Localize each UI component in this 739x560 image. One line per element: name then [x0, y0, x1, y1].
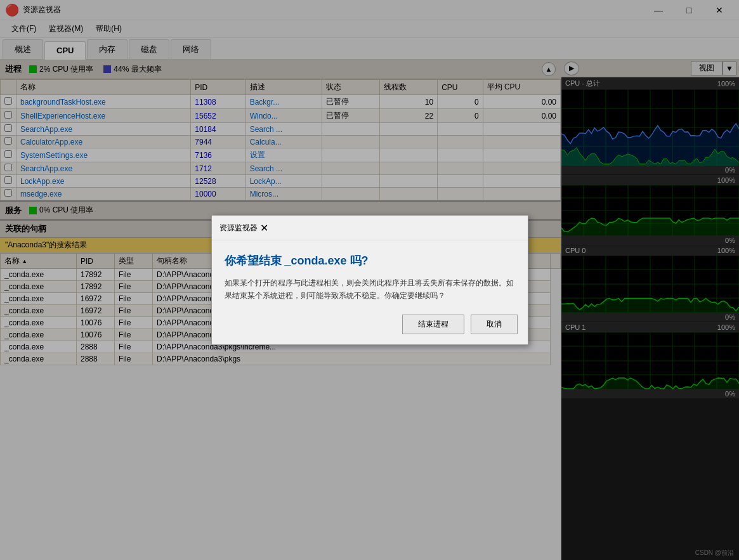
dialog-body: 你希望结束 _conda.exe 吗? 如果某个打开的程序与此进程相关，则会关闭… — [212, 240, 528, 308]
dialog-buttons: 结束进程 取消 — [212, 308, 528, 344]
dialog-close-button[interactable]: ✕ — [258, 221, 271, 235]
dialog-title-bar: 资源监视器 ✕ — [212, 216, 528, 240]
dialog-heading: 你希望结束 _conda.exe 吗? — [225, 253, 515, 268]
dialog-title-text: 资源监视器 — [219, 223, 258, 233]
confirm-button[interactable]: 结束进程 — [402, 315, 464, 334]
cancel-button[interactable]: 取消 — [471, 315, 518, 334]
dialog-overlay: 资源监视器 ✕ 你希望结束 _conda.exe 吗? 如果某个打开的程序与此进… — [0, 0, 739, 560]
dialog: 资源监视器 ✕ 你希望结束 _conda.exe 吗? 如果某个打开的程序与此进… — [211, 215, 528, 344]
dialog-text: 如果某个打开的程序与此进程相关，则会关闭此程序并且将丢失所有未保存的数据。如果结… — [225, 277, 515, 301]
